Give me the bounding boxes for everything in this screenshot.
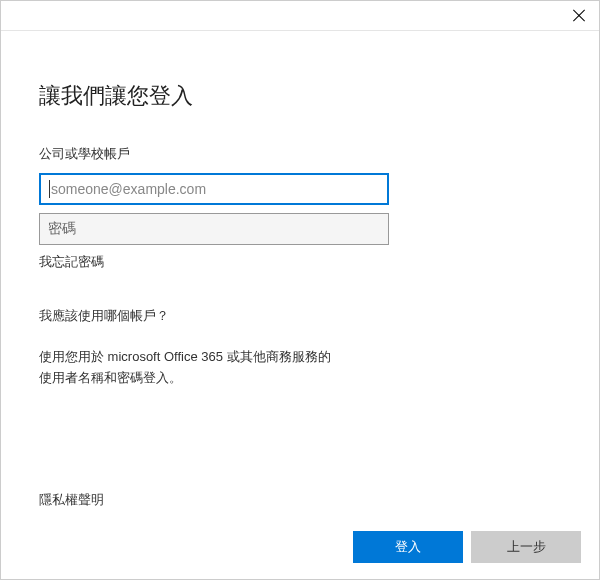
password-placeholder: 密碼 <box>48 220 76 238</box>
account-label: 公司或學校帳戶 <box>39 145 561 163</box>
close-icon[interactable] <box>571 8 587 24</box>
dialog-content: 讓我們讓您登入 公司或學校帳戶 someone@example.com 密碼 我… <box>1 31 599 389</box>
password-field[interactable]: 密碼 <box>39 213 389 245</box>
description-line-1: 使用您用於 microsoft Office 365 或其他商務服務的 <box>39 349 331 364</box>
email-placeholder: someone@example.com <box>51 181 206 197</box>
which-account-text: 我應該使用哪個帳戶？ <box>39 307 561 325</box>
email-field[interactable]: someone@example.com <box>39 173 389 205</box>
signin-button[interactable]: 登入 <box>353 531 463 563</box>
titlebar <box>1 1 599 31</box>
button-bar: 登入 上一步 <box>353 531 581 563</box>
dialog-title: 讓我們讓您登入 <box>39 81 561 111</box>
privacy-link[interactable]: 隱私權聲明 <box>39 491 104 509</box>
description-text: 使用您用於 microsoft Office 365 或其他商務服務的 使用者名… <box>39 347 561 389</box>
back-button[interactable]: 上一步 <box>471 531 581 563</box>
forgot-password-link[interactable]: 我忘記密碼 <box>39 253 561 271</box>
text-cursor <box>49 180 50 198</box>
description-line-2: 使用者名稱和密碼登入。 <box>39 370 182 385</box>
